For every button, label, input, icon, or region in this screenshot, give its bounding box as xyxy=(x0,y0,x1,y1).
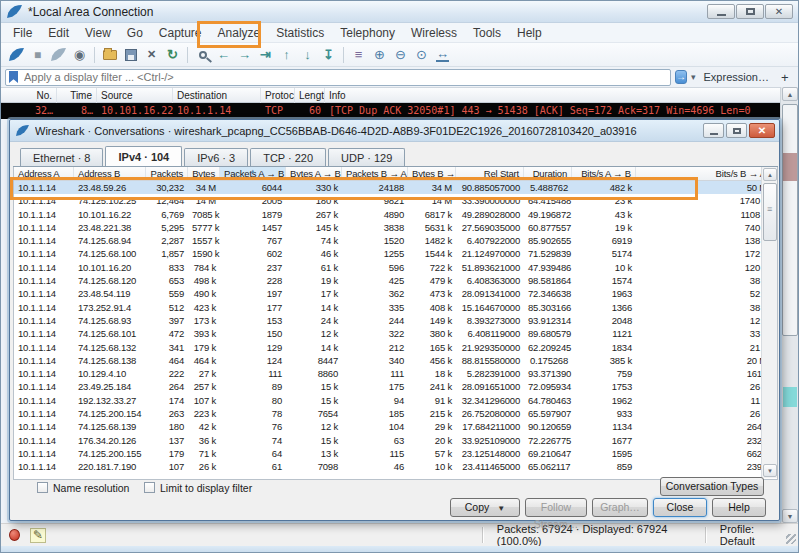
scroll-up-icon[interactable]: ▲ xyxy=(763,168,777,181)
go-down-button[interactable]: ↓ xyxy=(297,45,318,65)
conversation-row[interactable]: 10.1.1.1410.101.16.20833784 k23761 k5967… xyxy=(14,261,777,274)
conversation-row[interactable]: 10.1.1.14192.132.33.27174107 k8015 k9491… xyxy=(14,394,777,407)
go-to-packet-button[interactable]: ⇥ xyxy=(255,45,276,65)
stop-capture-button[interactable]: ■ xyxy=(27,45,48,65)
menu-statistics[interactable]: Statistics xyxy=(268,26,332,40)
column-header-bytes-b-a[interactable]: Bytes B → A xyxy=(408,167,456,180)
conversation-row[interactable]: 10.1.1.1423.48.221.385,2955777 k1457145 … xyxy=(14,221,777,234)
scrollbar-thumb[interactable] xyxy=(782,104,798,336)
dialog-close-button[interactable]: ✕ xyxy=(749,123,775,138)
conversation-row[interactable]: 10.1.1.1423.49.25.184264257 k8915 k17524… xyxy=(14,380,777,393)
auto-scroll-button[interactable]: ↧ xyxy=(318,45,339,65)
checkbox-icon[interactable] xyxy=(144,482,155,493)
open-file-button[interactable] xyxy=(99,45,120,65)
column-header-packets-b-a[interactable]: Packets B → A xyxy=(342,167,408,180)
menu-go[interactable]: Go xyxy=(119,26,151,40)
filter-dropdown-caret-icon[interactable]: ▾ xyxy=(691,72,696,82)
conversation-row[interactable]: 10.1.1.14176.34.20.12613736 k7415 k6320 … xyxy=(14,434,777,447)
table-scrollbar[interactable]: ▲ ▼ xyxy=(761,167,777,478)
column-header-address-a[interactable]: Address A xyxy=(14,167,74,180)
column-header-bytes[interactable]: Bytes xyxy=(188,167,220,180)
scroll-down-icon[interactable]: ▼ xyxy=(782,509,798,523)
conversation-row[interactable]: 10.1.1.1410.129.4.1022227 k111886011118 … xyxy=(14,367,777,380)
save-file-button[interactable] xyxy=(120,45,141,65)
scroll-down-icon[interactable]: ▼ xyxy=(763,464,777,477)
dialog-maximize-button[interactable] xyxy=(726,123,747,138)
capture-options-button[interactable]: ◉ xyxy=(69,45,90,65)
resize-columns-button[interactable]: ↔ xyxy=(432,45,453,65)
zoom-100-button[interactable]: ⊙ xyxy=(411,45,432,65)
display-filter-box[interactable] xyxy=(5,69,671,86)
expression-button[interactable]: Expression… xyxy=(704,71,769,83)
menu-capture[interactable]: Capture xyxy=(151,26,210,40)
bookmark-icon[interactable] xyxy=(9,71,18,83)
minimize-button[interactable] xyxy=(707,4,735,19)
packet-column-info[interactable]: Info xyxy=(325,88,782,104)
profile-text[interactable]: Profile: Default xyxy=(720,523,784,547)
menu-view[interactable]: View xyxy=(77,26,119,40)
conversation-row[interactable]: 10.1.1.1423.48.54.119559490 k19717 k3624… xyxy=(14,287,777,300)
go-back-button[interactable]: ← xyxy=(213,45,234,65)
follow-stream-button[interactable]: Follow Stream… xyxy=(525,498,587,517)
display-filter-input[interactable] xyxy=(22,70,667,84)
close-file-button[interactable]: ✕ xyxy=(141,45,162,65)
help-button[interactable]: Help xyxy=(712,498,766,517)
copy-button[interactable]: Copy▼ xyxy=(450,498,520,517)
packet-column-time[interactable]: Time xyxy=(57,88,97,104)
scroll-up-icon[interactable]: ▲ xyxy=(782,87,798,101)
apply-filter-button[interactable]: → xyxy=(675,70,687,84)
maximize-button[interactable] xyxy=(736,4,764,19)
column-header-packets[interactable]: Packets xyxy=(146,167,188,180)
menu-analyze[interactable]: Analyze xyxy=(210,26,269,40)
conversation-row[interactable]: 10.1.1.1474.125.68.132341179 k12914 k212… xyxy=(14,341,777,354)
column-header-address-b[interactable]: Address B xyxy=(74,167,146,180)
capture-comment-icon[interactable]: ✎ xyxy=(30,528,46,543)
conversation-row[interactable]: 10.1.1.1474.125.68.93397173 k15324 k2441… xyxy=(14,314,777,327)
resize-grip[interactable] xyxy=(786,534,796,544)
packet-column-lengt[interactable]: Lengt xyxy=(295,88,325,104)
close-button[interactable]: ✕ xyxy=(765,4,793,19)
conversation-row[interactable]: 10.1.1.14220.181.7.19010726 k6170984610 … xyxy=(14,460,777,473)
packet-row[interactable]: 32…8…10.101.16.2210.1.1.14TCP60[TCP Dup … xyxy=(1,103,782,119)
menu-telephony[interactable]: Telephony xyxy=(332,26,403,40)
menu-wireless[interactable]: Wireless xyxy=(403,26,465,40)
conversation-row[interactable]: 10.1.1.1474.125.200.15517971 k6413 k1155… xyxy=(14,447,777,460)
menu-edit[interactable]: Edit xyxy=(40,26,77,40)
limit-to-display-filter-checkbox[interactable]: Limit to display filter xyxy=(144,481,252,494)
conversation-row[interactable]: 10.1.1.1474.125.68.942,2871557 k76774 k1… xyxy=(14,234,777,247)
tab-ipv6[interactable]: IPv6 · 3 xyxy=(184,148,248,167)
packet-column-no[interactable]: No. xyxy=(1,88,57,104)
menu-help[interactable]: Help xyxy=(509,26,550,40)
column-header-bits-s-a-b[interactable]: Bits/s A → B xyxy=(572,167,636,180)
conversation-row[interactable]: 10.1.1.1474.125.102.2512,46414 M2005180 … xyxy=(14,194,777,207)
conversation-row[interactable]: 10.1.1.1474.125.68.120653498 k22819 k425… xyxy=(14,274,777,287)
packet-column-destination[interactable]: Destination xyxy=(173,88,261,104)
conversation-row[interactable]: 10.1.1.14173.252.91.4512423 k17714 k3354… xyxy=(14,301,777,314)
conversation-row[interactable]: 10.1.1.1474.125.200.154263223 k787654185… xyxy=(14,407,777,420)
start-capture-button[interactable] xyxy=(6,45,27,65)
column-header-duration[interactable]: Duration xyxy=(524,167,572,180)
tab-ipv4[interactable]: IPv4 · 104 xyxy=(105,146,182,167)
conversation-row[interactable]: 10.1.1.1474.125.68.138464464 k1248447340… xyxy=(14,354,777,367)
packet-list-scrollbar[interactable]: ▲ ▼ xyxy=(780,87,798,523)
name-resolution-checkbox[interactable]: Name resolution xyxy=(37,481,129,494)
column-header-bytes-a-b[interactable]: Bytes A → B xyxy=(286,167,342,180)
tab-udp[interactable]: UDP · 129 xyxy=(328,148,405,167)
find-packet-button[interactable] xyxy=(192,45,213,65)
column-header-packets-a-b[interactable]: Packets A → B xyxy=(220,167,286,180)
go-forward-button[interactable]: → xyxy=(234,45,255,65)
colorize-button[interactable]: ≡ xyxy=(348,45,369,65)
scrollbar-thumb[interactable] xyxy=(763,183,777,241)
column-header-bits-s-b-a[interactable]: Bits/s B → A xyxy=(636,167,777,180)
column-header-rel-start[interactable]: Rel Start xyxy=(456,167,524,180)
add-filter-button[interactable]: + xyxy=(781,70,789,85)
conversation-types-button[interactable]: Conversation Types xyxy=(660,477,764,496)
packet-column-source[interactable]: Source xyxy=(97,88,173,104)
restart-capture-button[interactable] xyxy=(48,45,69,65)
graph-button[interactable]: Graph… xyxy=(592,498,648,517)
packet-column-protoc[interactable]: Protoc xyxy=(261,88,295,104)
conversation-row[interactable]: 10.1.1.1474.125.68.1001,8571590 k60246 k… xyxy=(14,247,777,260)
conversation-row[interactable]: 10.1.1.1410.101.16.226,7697085 k1879267 … xyxy=(14,208,777,221)
close-dialog-button[interactable]: Close xyxy=(653,498,707,517)
menu-tools[interactable]: Tools xyxy=(465,26,509,40)
